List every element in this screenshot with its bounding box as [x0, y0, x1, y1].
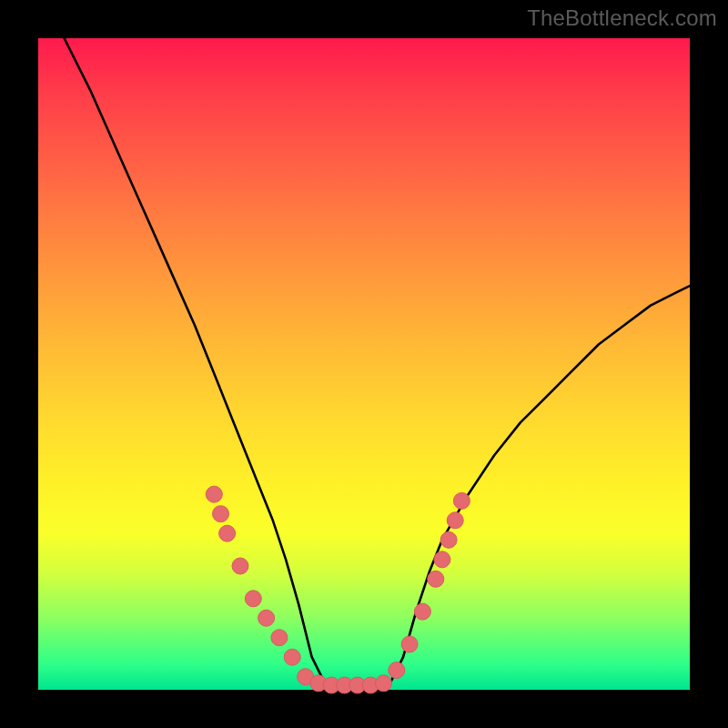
curve-marker — [440, 531, 457, 548]
curve-marker — [206, 486, 222, 502]
curve-marker — [428, 571, 444, 587]
curve-marker — [232, 558, 248, 574]
curve-marker — [258, 610, 275, 626]
bottleneck-curve-svg — [38, 38, 690, 690]
chart-frame: TheBottleneck.com — [0, 0, 728, 728]
curve-marker — [447, 512, 463, 529]
curve-marker — [434, 551, 450, 568]
curve-marker — [401, 636, 418, 652]
curve-marker — [453, 492, 470, 509]
curve-marker — [213, 506, 229, 522]
curve-marker — [414, 603, 430, 620]
curve-markers — [206, 486, 470, 693]
curve-marker — [389, 662, 405, 679]
curve-marker — [284, 649, 300, 665]
curve-marker — [219, 525, 236, 541]
plot-area — [38, 38, 690, 690]
curve-marker — [376, 675, 392, 692]
curve-marker — [271, 630, 288, 646]
watermark-text: TheBottleneck.com — [527, 5, 717, 31]
curve-marker — [245, 591, 261, 607]
bottleneck-curve — [65, 38, 690, 686]
